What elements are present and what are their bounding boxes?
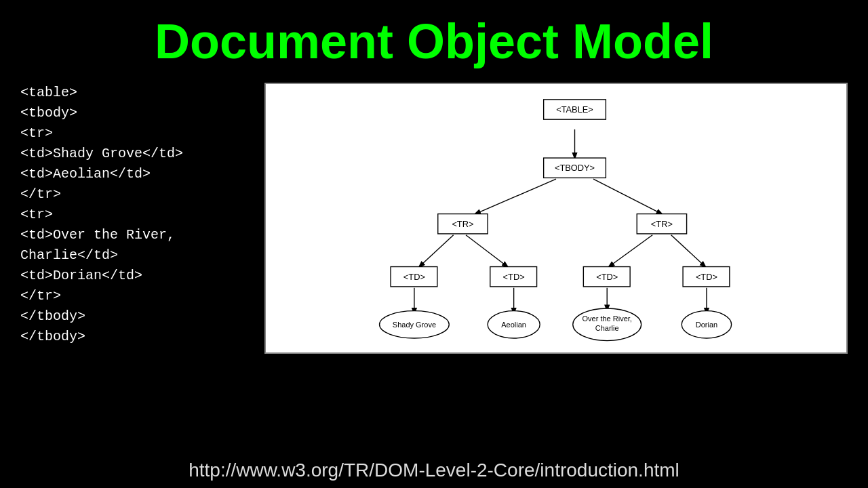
svg-text:Charlie: Charlie	[595, 324, 619, 332]
dom-diagram: <TABLE> <TBODY> <TR> <TR> <TD> <TD> <TD>…	[264, 83, 848, 354]
code-block: <table> <tbody> <tr> <td>Shady Grove</td…	[20, 83, 251, 347]
svg-line-2	[593, 179, 662, 214]
page-title: Document Object Model	[0, 0, 868, 83]
svg-text:<TD>: <TD>	[503, 272, 525, 282]
svg-line-4	[466, 235, 507, 267]
svg-line-5	[609, 235, 652, 267]
svg-line-3	[419, 235, 453, 267]
svg-text:<TABLE>: <TABLE>	[556, 104, 593, 115]
svg-text:<TR>: <TR>	[452, 219, 473, 229]
svg-text:Aeolian: Aeolian	[501, 321, 526, 329]
svg-line-1	[475, 179, 556, 214]
content-area: <table> <tbody> <tr> <td>Shady Grove</td…	[0, 83, 868, 354]
footer-url: http://www.w3.org/TR/DOM-Level-2-Core/in…	[0, 460, 868, 481]
svg-text:<TBODY>: <TBODY>	[555, 163, 595, 173]
svg-text:<TD>: <TD>	[696, 272, 717, 282]
svg-text:<TD>: <TD>	[403, 272, 425, 282]
svg-text:Over the River,: Over the River,	[583, 314, 632, 323]
svg-text:<TD>: <TD>	[596, 272, 618, 282]
svg-text:Dorian: Dorian	[696, 321, 717, 329]
svg-text:Shady Grove: Shady Grove	[393, 321, 436, 329]
svg-line-6	[671, 235, 705, 267]
svg-text:<TR>: <TR>	[651, 219, 673, 229]
